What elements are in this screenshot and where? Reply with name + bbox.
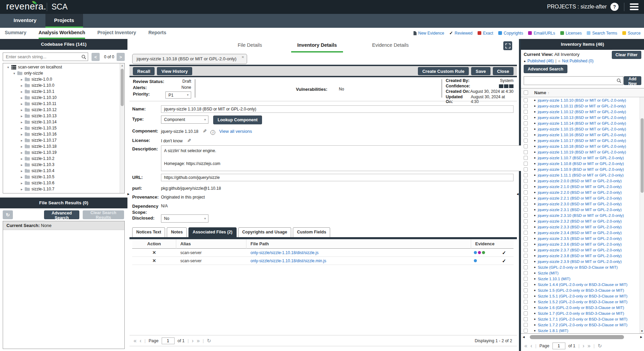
inventory-item-link[interactable]: jquery-sizzle 2.3.9 (BSD or MIT or GPL-2…	[538, 260, 622, 264]
list-item[interactable]: ● jquery-sizzle 1.10.9 (BSD or MIT or GP…	[521, 166, 640, 172]
inventory-item-link[interactable]: jquery-sizzle 2.3.6 (BSD or MIT or GPL-2…	[538, 242, 622, 246]
subtab-reports[interactable]: Reports	[148, 28, 166, 39]
name-input[interactable]	[161, 105, 514, 113]
list-item[interactable]: ● jquery-sizzle 2.3.3 (BSD or MIT or GPL…	[521, 224, 640, 230]
list-item[interactable]: ● jquery-sizzle 1.10.10 (BSD or MIT or G…	[521, 97, 640, 103]
inventory-item-link[interactable]: jquery-sizzle 1.10.10 (BSD or MIT or GPL…	[538, 98, 626, 102]
tree-item[interactable]: ▸ sizzle-1.10.4	[3, 168, 119, 174]
inventory-item-link[interactable]: jquery-sizzle 2.3.1 (BSD or MIT or GPL-2…	[538, 208, 622, 212]
tree-item[interactable]: ▸ sizzle-1.10.11	[3, 101, 119, 107]
chevron-right-icon[interactable]: ▸	[19, 126, 24, 130]
inventory-search-input[interactable]	[524, 76, 623, 85]
last-page-icon[interactable]: »	[587, 343, 590, 349]
save-button[interactable]: Save	[471, 67, 490, 75]
add-new-button[interactable]: Add New	[624, 76, 641, 85]
tree-item[interactable]: ▸ sizzle-1.10.16	[3, 131, 119, 137]
inventory-item-tag[interactable]: jquery-sizzle 1.10.18 (BSD or MIT or GPL…	[132, 54, 247, 64]
tree-item[interactable]: ▸ sizzle-1.10.19	[3, 149, 119, 156]
scroll-up-icon[interactable]: ▲	[120, 64, 124, 67]
url-input[interactable]	[161, 174, 514, 181]
scrollbar-thumb[interactable]	[641, 118, 644, 193]
inventory-item-link[interactable]: Sizzle (GPL-2.0-only or BSD-3-Clause or …	[538, 265, 618, 269]
subtab-summary[interactable]: Summary	[5, 28, 26, 39]
list-item[interactable]: ● jquery-sizzle 1.10.16 (BSD or MIT or G…	[521, 132, 640, 138]
file-path-link[interactable]: only-sizzle/sizzle-1.10.18/dist/sizzle.m…	[250, 259, 326, 263]
first-page-icon[interactable]: «	[524, 343, 527, 349]
inventory-item-link[interactable]: Sizzle 1.7 (GPL-2.0-only or BSD-3-Clause…	[538, 311, 624, 315]
tree-item[interactable]: ▸ sizzle-1.0.0	[3, 76, 119, 82]
list-item[interactable]: ● Sizzle 1.5.1 (GPL-2.0-only or BSD-3-Cl…	[521, 293, 640, 299]
prev-page-icon[interactable]: ‹	[140, 338, 141, 344]
inventory-item-link[interactable]: jquery-sizzle 1.10.11 (BSD or MIT or GPL…	[538, 104, 626, 108]
chevron-right-icon[interactable]: ▸	[19, 151, 24, 154]
clear-filter-button[interactable]: Clear Filter	[612, 51, 641, 59]
list-item[interactable]: ● jquery-sizzle 1.10.11 (BSD or MIT or G…	[521, 103, 640, 109]
select-checkbox[interactable]	[524, 219, 528, 223]
select-checkbox[interactable]	[524, 265, 528, 269]
chevron-right-icon[interactable]: ▸	[19, 187, 24, 191]
priority-select[interactable]: P1▼	[165, 91, 191, 99]
scrollbar-thumb[interactable]	[121, 69, 124, 106]
select-checkbox[interactable]	[524, 104, 528, 108]
inventory-item-link[interactable]: jquery-sizzle 2.3.7 (BSD or MIT or GPL-2…	[538, 248, 622, 252]
tree-item-only-sizzle[interactable]: ▾ only-sizzle	[3, 70, 119, 76]
advanced-search-button[interactable]: Advanced Search	[44, 210, 79, 219]
published-filter-link[interactable]: Published (46)	[527, 59, 554, 63]
inventory-item-link[interactable]: jquery-sizzle 1.10.13 (BSD or MIT or GPL…	[538, 116, 626, 120]
prev-page-icon[interactable]: ‹	[530, 343, 532, 349]
codebase-prev-button[interactable]: <	[92, 53, 100, 61]
next-page-icon[interactable]: ›	[583, 343, 584, 349]
list-item[interactable]: ● Sizzle 1.5 (GPL-2.0-only or BSD-3-Clau…	[521, 287, 640, 293]
list-item[interactable]: ● jquery-sizzle 1.11.1 (BSD or MIT or GP…	[521, 172, 640, 178]
tab-projects[interactable]: Projects	[45, 14, 83, 28]
tab-file-details[interactable]: File Details	[232, 42, 268, 53]
tab-copyrights-usage[interactable]: Copyrights and Usage	[238, 227, 291, 237]
edit-icon[interactable]: ✎	[187, 137, 191, 144]
chevron-right-icon[interactable]: ▸	[19, 181, 24, 185]
inventory-item-link[interactable]: jquery-sizzle 2.3.4 (BSD or MIT or GPL-2…	[538, 231, 622, 235]
last-page-icon[interactable]: »	[197, 338, 200, 344]
sort-asc-icon[interactable]: ↑	[547, 91, 549, 95]
select-checkbox[interactable]	[524, 150, 528, 154]
chevron-right-icon[interactable]: ▸	[19, 175, 24, 179]
view-all-versions-link[interactable]: View all versions	[219, 129, 252, 134]
tab-inventory[interactable]: Inventory	[5, 14, 45, 28]
select-checkbox[interactable]	[524, 144, 528, 148]
select-checkbox[interactable]	[524, 213, 528, 218]
inventory-item-link[interactable]: jquery-sizzle 1.10.15 (BSD or MIT or GPL…	[538, 127, 626, 131]
select-checkbox[interactable]	[524, 283, 528, 287]
list-item[interactable]: ● jquery-sizzle 2.1.0 (BSD or MIT or GPL…	[521, 184, 640, 189]
remove-icon[interactable]: ✕	[132, 258, 176, 263]
tree-item[interactable]: ▸ sizzle-1.10.0	[3, 82, 119, 88]
list-item[interactable]: ● jquery-sizzle 2.3.4 (BSD or MIT or GPL…	[521, 230, 640, 235]
view-history-button[interactable]: View History	[157, 67, 192, 75]
inventory-item-link[interactable]: Sizzle 1.4.4 (GPL-2.0-only or BSD-3-Clau…	[538, 283, 627, 287]
subtab-analysis-workbench[interactable]: Analysis Workbench	[39, 28, 85, 39]
select-checkbox[interactable]	[524, 127, 528, 131]
edit-icon[interactable]: ✎	[203, 127, 207, 135]
type-select[interactable]: Component▼	[161, 116, 208, 124]
inventory-item-link[interactable]: jquery-sizzle 2.2.0 (BSD or MIT or GPL-2…	[538, 190, 622, 194]
list-item[interactable]: ● jquery-sizzle 1.10.18 (BSD or MIT or G…	[521, 143, 640, 149]
list-item[interactable]: ● jquery-sizzle 2.3.9 (BSD or MIT or GPL…	[521, 259, 640, 264]
list-item[interactable]: ● jquery-sizzle 2.3.8 (BSD or MIT or GPL…	[521, 253, 640, 259]
tree-item[interactable]: ▸ sizzle-1.10.12	[3, 107, 119, 113]
inventory-item-link[interactable]: jquery-sizzle 1.10.19 (BSD or MIT or GPL…	[538, 150, 626, 154]
list-item[interactable]: ● Sizzle 1.10.1 (MIT)	[521, 276, 640, 282]
list-item[interactable]: ● jquery-sizzle 2.3.1 (BSD or MIT or GPL…	[521, 207, 640, 212]
select-checkbox[interactable]	[524, 185, 528, 189]
inventory-item-link[interactable]: Sizzle 1.7.2 (GPL-2.0-only or BSD-3-Clau…	[538, 323, 627, 327]
list-item[interactable]: ● jquery-sizzle 1.10.7 (BSD or MIT or GP…	[521, 155, 640, 161]
list-item[interactable]: ● Sizzle 1.4.4 (GPL-2.0-only or BSD-3-Cl…	[521, 282, 640, 287]
inventory-item-link[interactable]: jquery-sizzle 2.3.2 (BSD or MIT or GPL-2…	[538, 219, 622, 223]
chevron-right-icon[interactable]: ▸	[19, 145, 24, 148]
chevron-down-icon[interactable]: ▾	[12, 71, 17, 75]
inventory-item-link[interactable]: jquery-sizzle 1.10.16 (BSD or MIT or GPL…	[538, 133, 626, 137]
table-row[interactable]: ✕ scan-server only-sizzle/sizzle-1.10.18…	[132, 249, 514, 257]
list-item[interactable]: ● jquery-sizzle 2.2.1 (BSD or MIT or GPL…	[521, 195, 640, 201]
list-item[interactable]: ● jquery-sizzle 1.10.13 (BSD or MIT or G…	[521, 115, 640, 120]
chevron-right-icon[interactable]: ▸	[19, 108, 24, 112]
inventory-item-link[interactable]: Sizzle 1.6 (GPL-2.0-only or BSD-3-Clause…	[538, 306, 624, 310]
scroll-left-icon[interactable]: ◄	[521, 335, 526, 339]
select-checkbox[interactable]	[524, 110, 528, 114]
